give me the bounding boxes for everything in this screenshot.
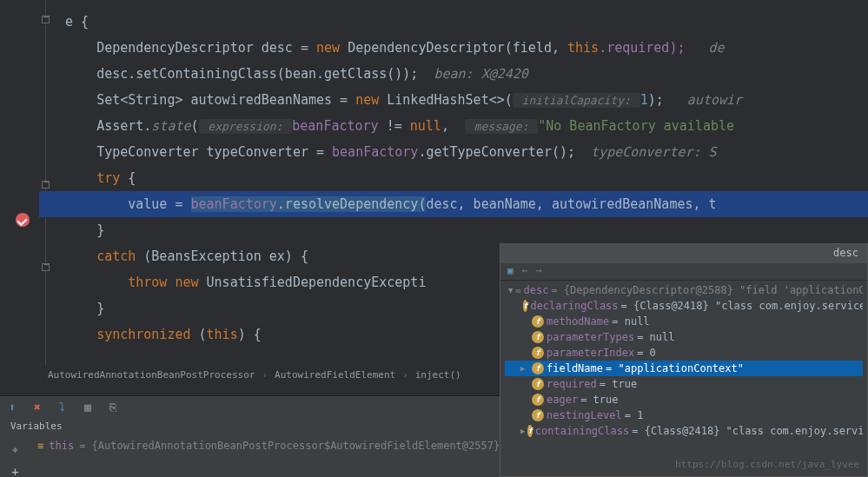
chevron-right-icon: › <box>402 369 408 381</box>
tree-row[interactable]: frequired = true <box>505 376 863 392</box>
link-icon: ∞ <box>515 286 520 295</box>
popup-toolbar: ▣ ← → <box>500 263 867 281</box>
tree-name: declaringClass <box>530 300 618 312</box>
code-line: } <box>39 217 868 243</box>
code-line-breakpoint: value = beanFactory.resolveDependency(de… <box>39 191 868 217</box>
code-line: Assert.state( expression: beanFactory !=… <box>39 113 868 139</box>
tree-row[interactable]: fparameterIndex = 0 <box>505 345 863 361</box>
tree-name: eager <box>547 394 578 406</box>
breadcrumb-item[interactable]: AutowiredAnnotationBeanPostProcessor <box>48 369 255 381</box>
tree-row[interactable]: ▶ffieldName = "applicationContext" <box>505 361 863 376</box>
chevron-right-icon[interactable]: ▶ <box>520 427 525 435</box>
code-line: e { <box>39 9 868 35</box>
popup-tree: ▼ ∞ desc = {DependencyDescriptor@2588} "… <box>500 281 867 441</box>
tree-name: parameterIndex <box>547 347 634 359</box>
chevron-right-icon[interactable]: ▶ <box>520 364 529 373</box>
variables-toolbar: ⌖ + − <box>0 439 30 477</box>
tree-root[interactable]: ▼ ∞ desc = {DependencyDescriptor@2588} "… <box>505 282 863 298</box>
tree-row[interactable]: fdeclaringClass = {Class@2418} "class co… <box>505 298 863 314</box>
breadcrumb[interactable]: AutowiredAnnotationBeanPostProcessor › A… <box>48 369 461 381</box>
arrow-left-icon[interactable]: ← <box>522 265 528 278</box>
field-icon: f <box>532 378 544 390</box>
tree-row[interactable]: ▶fcontainingClass = {Class@2418} "class … <box>505 423 863 439</box>
tree-name: containingClass <box>535 425 629 437</box>
field-icon: f <box>532 315 544 328</box>
code-line: try { <box>39 165 868 191</box>
tree-name: methodName <box>547 315 609 328</box>
watermark: https://blog.csdn.net/java_lyvee <box>675 459 859 470</box>
tree-row[interactable]: feager = true <box>505 392 863 407</box>
variable-name: this <box>49 440 74 452</box>
table-icon[interactable]: ▦ <box>84 401 96 413</box>
tree-value: = {DependencyDescriptor@2588} "field 'ap… <box>551 284 863 296</box>
filter-icon[interactable]: ⤵ <box>59 401 71 413</box>
field-icon: f <box>523 300 527 312</box>
arrow-right-icon[interactable]: → <box>536 265 542 278</box>
tree-value: = 1 <box>625 409 644 421</box>
code-line: desc.setContainingClass(bean.getClass())… <box>39 61 868 87</box>
tree-value: = null <box>612 315 649 328</box>
code-line: DependencyDescriptor desc = new Dependen… <box>39 35 868 61</box>
breadcrumb-item[interactable]: AutowiredFieldElement <box>275 369 395 381</box>
list-icon: ≡ <box>37 440 43 452</box>
field-icon: f <box>527 425 532 437</box>
upload-icon[interactable]: ⬆ <box>9 401 21 413</box>
code-line: TypeConverter typeConverter = beanFactor… <box>39 139 868 165</box>
field-icon: f <box>532 409 544 421</box>
chevron-down-icon[interactable]: ▼ <box>508 286 513 295</box>
code-line: Set<String> autowiredBeanNames = new Lin… <box>39 87 868 113</box>
tree-name: parameterTypes <box>547 331 634 343</box>
tree-name: nestingLevel <box>547 409 622 421</box>
layers-icon[interactable]: ▣ <box>507 265 514 278</box>
tree-name: desc <box>523 284 548 296</box>
plus-icon[interactable]: + <box>11 465 18 477</box>
breadcrumb-item[interactable]: inject() <box>415 369 461 381</box>
shuffle-icon[interactable]: ✖ <box>34 401 46 413</box>
tree-value: = {Class@2418} "class com.enjoy.services… <box>621 300 863 312</box>
tree-row[interactable]: fmethodName = null <box>505 314 863 329</box>
popup-title: desc <box>500 244 867 263</box>
debug-inspector-popup[interactable]: desc ▣ ← → ▼ ∞ desc = {DependencyDescrip… <box>500 243 868 477</box>
field-icon: f <box>532 362 544 374</box>
chevron-right-icon: › <box>262 369 268 381</box>
variables-tab[interactable]: Variables <box>0 417 73 435</box>
tree-value: = null <box>637 331 674 343</box>
field-icon: f <box>532 331 544 343</box>
tree-row[interactable]: fnestingLevel = 1 <box>505 407 863 423</box>
field-icon: f <box>532 347 544 359</box>
tree-value: = "applicationContext" <box>606 362 744 374</box>
funnel-icon[interactable]: ⌖ <box>12 444 18 456</box>
tree-name: required <box>547 378 597 390</box>
tree-value: = 0 <box>637 347 656 359</box>
field-icon: f <box>532 394 544 406</box>
export-icon[interactable]: ⎘ <box>109 401 122 413</box>
tree-name: fieldName <box>547 362 603 374</box>
tree-value: = {Class@2418} "class com.enjoy.services… <box>632 425 863 437</box>
tree-row[interactable]: fparameterTypes = null <box>505 329 863 345</box>
variable-value: = {AutowiredAnnotationBeanPostProcessor$… <box>79 440 500 452</box>
tree-value: = true <box>580 394 618 406</box>
tree-value: = true <box>600 378 637 390</box>
